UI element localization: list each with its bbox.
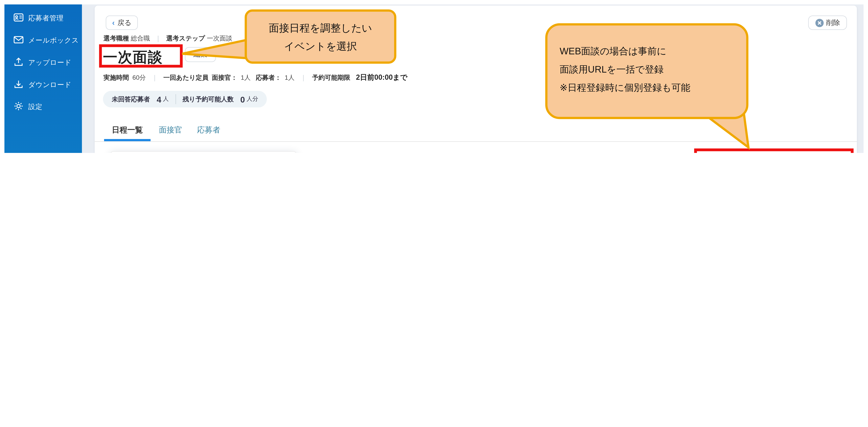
sidebar-item-label: メールボックス	[28, 36, 79, 45]
gear-icon	[13, 100, 24, 113]
detail-value: 60分	[132, 74, 146, 81]
callout-web-interview-url: WEB面談の場合は事前に 面談用URLを一括で登録 ※日程登録時に個別登録も可能	[545, 23, 748, 119]
tab-interviewers[interactable]: 面接官	[159, 125, 182, 135]
badge-label: 残り予約可能人数	[183, 95, 234, 103]
detail-label: 一回あたり定員	[163, 74, 208, 81]
callout-text: イベントを選択	[247, 37, 394, 55]
sidebar-item-label: 応募者管理	[28, 13, 64, 23]
sidebar-item-label: ダウンロード	[28, 80, 71, 89]
breadcrumb-separator: ｜	[155, 35, 161, 42]
detail-value: 1人	[241, 74, 251, 81]
delete-button[interactable]: 削除	[808, 16, 847, 30]
sidebar-item-upload[interactable]: アップロード	[4, 54, 82, 71]
detail-value: 1人	[285, 74, 294, 81]
sidebar-item-applicants[interactable]: 応募者管理	[4, 10, 82, 27]
page-title: 一次面談	[103, 48, 163, 67]
badge-count: 4	[157, 94, 161, 104]
detail-deadline: 2日前00:00まで	[356, 73, 407, 82]
sidebar-item-mailbox[interactable]: メールボックス	[4, 32, 82, 49]
detail-label: 予約可能期限	[312, 74, 350, 81]
badge-unit: 人	[163, 95, 169, 103]
callout-tail-left	[178, 35, 248, 62]
badge-label: 未回答応募者	[112, 95, 150, 103]
breadcrumb-label: 選考職種	[103, 35, 129, 42]
back-button-label: 戻る	[117, 18, 131, 27]
sidebar-item-settings[interactable]: 設定	[4, 98, 82, 115]
callout-select-event: 面接日程を調整したい イベントを選択	[245, 9, 396, 64]
sidebar-item-download[interactable]: ダウンロード	[4, 77, 82, 93]
callout-text: ※日程登録時に個別登録も可能	[560, 79, 746, 97]
active-tab-underline	[104, 139, 151, 141]
sidebar-item-label: 設定	[28, 102, 42, 112]
back-button[interactable]: ‹ 戻る	[106, 16, 138, 30]
detail-label: 応募者：	[256, 74, 281, 81]
download-icon	[13, 78, 24, 91]
mail-icon	[13, 34, 24, 47]
detail-separator: ｜	[300, 74, 306, 81]
event-details: 実施時間 60分 ｜ 一回あたり定員 面接官： 1人 応募者： 1人 ｜ 予約可…	[103, 72, 407, 83]
callout-text: 面接日程を調整したい	[247, 19, 394, 37]
detail-label: 実施時間	[103, 74, 129, 81]
sidebar-item-label: アップロード	[28, 58, 71, 67]
badge-divider	[176, 94, 176, 104]
detail-separator: ｜	[152, 74, 158, 81]
create-slot-popup: 開始： 12:00 9:00 ▼ 終了： 13:00 グループ数： 1 ▼ 予約…	[111, 151, 296, 153]
tab-schedule-list[interactable]: 日程一覧	[112, 125, 143, 135]
id-card-icon	[13, 12, 24, 25]
x-circle-icon	[815, 19, 824, 27]
callout-text: WEB面談の場合は事前に	[560, 42, 746, 60]
chevron-left-icon: ‹	[112, 18, 115, 27]
status-badges: 未回答応募者 4 人 残り予約可能人数 0 人分	[103, 91, 267, 108]
sidebar: 応募者管理 メールボックス アップロード ダウンロード	[4, 4, 82, 153]
tab-applicants[interactable]: 応募者	[197, 125, 220, 135]
upload-icon	[13, 56, 24, 69]
app-root: 応募者管理 メールボックス アップロード ダウンロード	[0, 0, 868, 153]
breadcrumb-value: 総合職	[131, 35, 150, 42]
detail-label: 面接官：	[212, 74, 237, 81]
delete-button-label: 削除	[826, 18, 840, 27]
callout-text: 面談用URLを一括で登録	[560, 60, 746, 79]
badge-unit: 人分	[247, 95, 258, 103]
badge-count: 0	[240, 94, 245, 104]
